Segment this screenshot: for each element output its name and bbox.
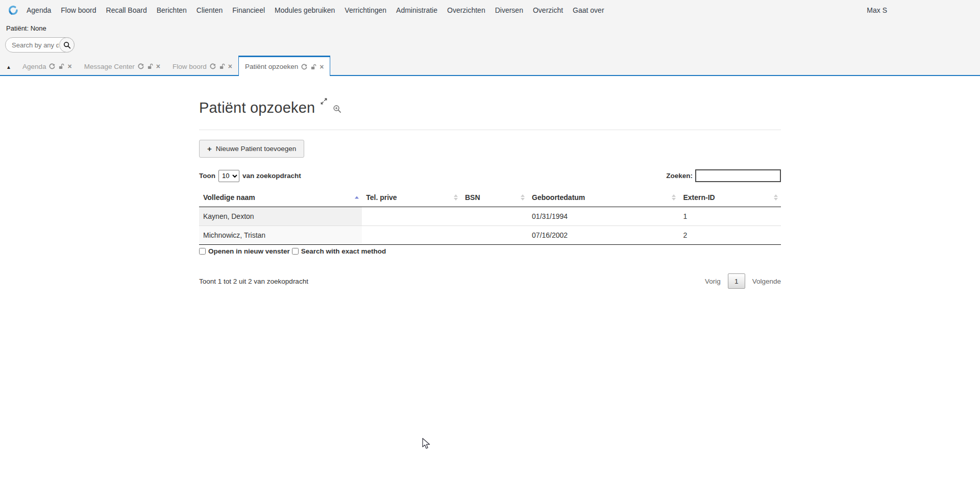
current-patient-label: Patiënt: None (0, 20, 980, 32)
nav-item-overzicht[interactable]: Overzicht (533, 6, 563, 14)
patient-search-button[interactable] (59, 37, 75, 53)
close-icon[interactable]: × (228, 63, 232, 70)
tab-patient-opzoeken[interactable]: Patiënt opzoeken × (238, 56, 331, 76)
sort-icon (672, 194, 676, 200)
column-header-extern-id[interactable]: Extern-ID (679, 188, 781, 207)
search-icon (63, 41, 71, 49)
nav-item-clienten[interactable]: Clienten (197, 6, 223, 14)
patient-quick-search (5, 37, 75, 53)
table-length-control: Toon 10 van zoekopdracht (199, 170, 301, 182)
cell-dob: 01/31/1994 (528, 207, 679, 226)
sort-icon (521, 194, 525, 200)
refresh-icon[interactable] (49, 63, 55, 69)
cell-tel (362, 207, 461, 226)
nav-item-berichten[interactable]: Berichten (157, 6, 187, 14)
cell-name: Michnowicz, Tristan (199, 226, 362, 245)
app-logo-icon[interactable] (7, 4, 19, 16)
open-new-window-option[interactable]: Openen in nieuw venster (199, 247, 290, 255)
pagination: Vorig 1 Volgende (705, 273, 781, 289)
nav-item-recall-board[interactable]: Recall Board (106, 6, 147, 14)
sort-icon (454, 194, 458, 200)
unlock-icon[interactable] (58, 63, 64, 69)
nav-item-agenda[interactable]: Agenda (27, 6, 51, 14)
nav-item-financieel[interactable]: Financieel (232, 6, 265, 14)
close-icon[interactable]: × (67, 63, 71, 70)
close-icon[interactable]: × (320, 63, 324, 70)
nav-item-gaat-over[interactable]: Gaat over (573, 6, 604, 14)
nav-item-verrichtingen[interactable]: Verrichtingen (345, 6, 386, 14)
tab-label: Flow boord (173, 63, 207, 70)
tab-strip: ▲ Agenda × Message Center × Flow boord ×… (0, 58, 980, 76)
top-navigation: Agenda Flow boord Recall Board Berichten… (0, 0, 980, 20)
title-divider (199, 130, 781, 130)
add-patient-button[interactable]: + Nieuwe Patient toevoegen (199, 140, 304, 158)
next-page-button[interactable]: Volgende (752, 278, 781, 285)
exact-method-checkbox[interactable] (292, 248, 299, 255)
unlock-icon[interactable] (147, 63, 153, 69)
top-region: Agenda Flow boord Recall Board Berichten… (0, 0, 980, 76)
tab-message-center[interactable]: Message Center × (78, 58, 166, 75)
cell-name: Kaynen, Dexton (199, 207, 362, 226)
tabstrip-collapse-icon[interactable]: ▲ (6, 64, 11, 70)
zoom-in-icon[interactable] (333, 105, 341, 113)
open-new-window-checkbox[interactable] (199, 248, 206, 255)
unlock-icon[interactable] (219, 63, 225, 69)
nav-item-diversen[interactable]: Diversen (495, 6, 523, 14)
exact-method-option[interactable]: Search with exact method (292, 247, 386, 255)
user-menu[interactable]: Max S (867, 6, 887, 14)
nav-item-flow-boord[interactable]: Flow boord (61, 6, 96, 14)
expand-icon[interactable] (320, 97, 328, 105)
cell-bsn (461, 207, 528, 226)
sort-asc-icon (355, 196, 359, 199)
patient-results-table: Volledige naam Tel. prive BSN Geboorteda… (199, 188, 781, 245)
tab-flow-boord[interactable]: Flow boord × (166, 58, 238, 75)
table-search-input[interactable] (695, 169, 781, 182)
nav-item-administratie[interactable]: Administratie (396, 6, 437, 14)
close-icon[interactable]: × (156, 63, 160, 70)
tab-label: Message Center (84, 63, 135, 70)
table-filter-control: Zoeken: (666, 169, 781, 182)
previous-page-button[interactable]: Vorig (705, 278, 721, 285)
column-header-bsn[interactable]: BSN (461, 188, 528, 207)
mouse-cursor (421, 438, 431, 450)
column-header-geboortedatum[interactable]: Geboortedatum (528, 188, 679, 207)
unlock-icon[interactable] (310, 64, 316, 70)
refresh-icon[interactable] (210, 63, 216, 69)
refresh-icon[interactable] (138, 63, 144, 69)
nav-item-modules-gebruiken[interactable]: Modules gebruiken (275, 6, 335, 14)
tab-label: Agenda (22, 63, 46, 70)
column-header-volledige-naam[interactable]: Volledige naam (199, 188, 362, 207)
page-title: Patiënt opzoeken (199, 99, 315, 116)
nav-item-overzichten[interactable]: Overzichten (447, 6, 485, 14)
table-row[interactable]: Kaynen, Dexton 01/31/1994 1 (199, 207, 781, 226)
page-size-select[interactable]: 10 (218, 170, 239, 182)
cell-extern-id: 2 (679, 226, 781, 245)
tab-label: Patiënt opzoeken (245, 63, 298, 70)
table-info: Toont 1 tot 2 uit 2 van zoekopdracht (199, 278, 308, 285)
cell-extern-id: 1 (679, 207, 781, 226)
column-header-tel-prive[interactable]: Tel. prive (362, 188, 461, 207)
refresh-icon[interactable] (301, 64, 307, 70)
search-label: Zoeken: (666, 172, 693, 180)
table-row[interactable]: Michnowicz, Tristan 07/16/2002 2 (199, 226, 781, 245)
sort-icon (774, 194, 778, 200)
plus-icon: + (207, 144, 212, 153)
cell-dob: 07/16/2002 (528, 226, 679, 245)
cell-tel (362, 226, 461, 245)
tab-agenda[interactable]: Agenda × (16, 58, 78, 75)
page-number-button[interactable]: 1 (728, 273, 745, 289)
tab-panel-patient-opzoeken: Patiënt opzoeken + Nieuwe Patient toevoe… (199, 76, 781, 289)
cell-bsn (461, 226, 528, 245)
